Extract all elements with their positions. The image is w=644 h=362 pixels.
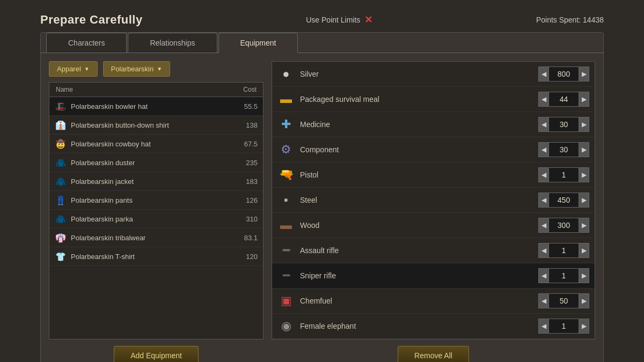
item-name: Polarbearskin bowler hat xyxy=(71,102,226,110)
item-icon: 🤠 xyxy=(55,138,67,150)
item-cost: 120 xyxy=(231,253,258,261)
qty-increase-button[interactable]: ▶ xyxy=(579,319,589,334)
equipment-row[interactable]: ━ Sniper rifle ◀ 1 ▶ xyxy=(272,263,595,289)
qty-increase-button[interactable]: ▶ xyxy=(579,92,589,107)
table-row[interactable]: 🧥 Polarbearskin jacket 183 xyxy=(49,172,263,191)
qty-decrease-button[interactable]: ◀ xyxy=(538,193,549,208)
equipment-row[interactable]: ▬ Packaged survival meal ◀ 44 ▶ xyxy=(272,87,595,112)
qty-decrease-button[interactable]: ◀ xyxy=(538,117,549,132)
quantity-value: 1 xyxy=(549,268,579,283)
equipment-name: Pistol xyxy=(300,171,533,179)
remove-all-button[interactable]: Remove All xyxy=(398,346,469,362)
main-panel: Characters Relationships Equipment Appar… xyxy=(40,32,604,362)
equipment-name: Wood xyxy=(300,221,533,230)
subcategory-dropdown[interactable]: Polarbearskin ▼ xyxy=(103,61,170,77)
item-name: Polarbearskin parka xyxy=(71,215,226,223)
chevron-down-icon: ▼ xyxy=(84,66,90,72)
table-row[interactable]: 👖 Polarbearskin pants 126 xyxy=(49,191,263,210)
quantity-value: 450 xyxy=(549,193,579,208)
qty-decrease-button[interactable]: ◀ xyxy=(538,142,549,157)
item-icon: 🧥 xyxy=(55,213,67,225)
category-dropdown[interactable]: Apparel ▼ xyxy=(49,61,98,77)
qty-increase-button[interactable]: ▶ xyxy=(579,117,589,132)
quantity-value: 1 xyxy=(549,243,579,258)
col-name-header: Name xyxy=(56,86,73,93)
col-cost-header: Cost xyxy=(243,86,257,93)
qty-decrease-button[interactable]: ◀ xyxy=(538,243,549,258)
equipment-name: Component xyxy=(300,145,533,154)
tab-characters[interactable]: Characters xyxy=(46,33,127,53)
qty-increase-button[interactable]: ▶ xyxy=(579,142,589,157)
quantity-control: ◀ 44 ▶ xyxy=(538,92,589,107)
qty-decrease-button[interactable]: ◀ xyxy=(538,92,549,107)
item-cost: 310 xyxy=(231,215,258,223)
qty-increase-button[interactable]: ▶ xyxy=(579,193,589,208)
quantity-control: ◀ 30 ▶ xyxy=(538,142,589,157)
qty-decrease-button[interactable]: ◀ xyxy=(538,293,549,308)
equipment-row[interactable]: ▪ Steel ◀ 450 ▶ xyxy=(272,188,595,213)
x-icon[interactable]: ✕ xyxy=(364,14,372,26)
equipment-row[interactable]: ━ Assault rifle ◀ 1 ▶ xyxy=(272,238,595,263)
qty-increase-button[interactable]: ▶ xyxy=(579,67,589,82)
table-row[interactable]: 🧥 Polarbearskin parka 310 xyxy=(49,210,263,228)
qty-decrease-button[interactable]: ◀ xyxy=(538,268,549,283)
equipment-icon: ✚ xyxy=(277,116,295,133)
table-row[interactable]: 🧥 Polarbearskin duster 235 xyxy=(49,153,263,172)
item-icon: 🧥 xyxy=(55,175,67,187)
quantity-control: ◀ 1 ▶ xyxy=(538,167,589,182)
equipment-row[interactable]: ⚙ Component ◀ 30 ▶ xyxy=(272,137,595,162)
tab-bar: Characters Relationships Equipment xyxy=(41,33,603,53)
item-cost: 67.5 xyxy=(231,140,258,148)
item-name: Polarbearskin button-down shirt xyxy=(71,121,226,129)
equipment-row[interactable]: ▣ Chemfuel ◀ 50 ▶ xyxy=(272,289,595,314)
item-name: Polarbearskin pants xyxy=(71,196,226,204)
remove-all-area: Remove All xyxy=(272,346,595,362)
equipment-row[interactable]: ✚ Medicine ◀ 30 ▶ xyxy=(272,112,595,137)
qty-increase-button[interactable]: ▶ xyxy=(579,243,589,258)
item-name: Polarbearskin jacket xyxy=(71,178,226,186)
equipment-row[interactable]: ◉ Female elephant ◀ 1 ▶ xyxy=(272,314,595,339)
qty-increase-button[interactable]: ▶ xyxy=(579,218,589,233)
item-name: Polarbearskin tribalwear xyxy=(71,234,226,242)
quantity-control: ◀ 450 ▶ xyxy=(538,193,589,208)
equipment-icon: 🔫 xyxy=(277,166,295,183)
item-cost: 183 xyxy=(231,178,258,186)
table-row[interactable]: 👕 Polarbearskin T-shirt 120 xyxy=(49,247,263,266)
item-icon: 🎩 xyxy=(55,100,67,112)
quantity-control: ◀ 30 ▶ xyxy=(538,117,589,132)
equipment-icon: ━ xyxy=(277,242,295,259)
table-row[interactable]: 🎩 Polarbearskin bowler hat 55.5 xyxy=(49,97,263,116)
quantity-control: ◀ 300 ▶ xyxy=(538,218,589,233)
item-cost: 138 xyxy=(231,121,258,129)
filter-row: Apparel ▼ Polarbearskin ▼ xyxy=(49,61,264,77)
qty-increase-button[interactable]: ▶ xyxy=(579,293,589,308)
table-row[interactable]: 👘 Polarbearskin tribalwear 83.1 xyxy=(49,228,263,247)
table-header: Name Cost xyxy=(49,83,263,97)
qty-decrease-button[interactable]: ◀ xyxy=(538,218,549,233)
tab-relationships[interactable]: Relationships xyxy=(128,33,217,53)
qty-increase-button[interactable]: ▶ xyxy=(579,268,589,283)
equipment-row[interactable]: ▬ Wood ◀ 300 ▶ xyxy=(272,213,595,238)
equipment-icon: ● xyxy=(277,65,295,83)
tab-equipment[interactable]: Equipment xyxy=(218,33,298,53)
add-equipment-button[interactable]: Add Equipment xyxy=(114,346,199,362)
item-icon: 👖 xyxy=(55,194,67,206)
table-row[interactable]: 👔 Polarbearskin button-down shirt 138 xyxy=(49,116,263,135)
left-panel: Apparel ▼ Polarbearskin ▼ Name Cost xyxy=(49,61,264,362)
table-row[interactable]: 🤠 Polarbearskin cowboy hat 67.5 xyxy=(49,135,263,153)
item-icon: 🧥 xyxy=(55,157,67,168)
equipment-name: Steel xyxy=(300,196,533,204)
equipment-icon: ▬ xyxy=(277,91,295,108)
qty-decrease-button[interactable]: ◀ xyxy=(538,167,549,182)
use-point-limits-label: Use Point Limits xyxy=(306,16,360,24)
qty-increase-button[interactable]: ▶ xyxy=(579,167,589,182)
equipment-row[interactable]: 🔫 Pistol ◀ 1 ▶ xyxy=(272,162,595,188)
quantity-control: ◀ 800 ▶ xyxy=(538,67,589,82)
equipment-name: Female elephant xyxy=(300,322,533,330)
qty-decrease-button[interactable]: ◀ xyxy=(538,319,549,334)
equipment-name: Chemfuel xyxy=(300,297,533,305)
equipment-name: Assault rifle xyxy=(300,246,533,255)
right-panel: ● Silver ◀ 800 ▶ ▬ Packaged survival mea… xyxy=(272,61,595,362)
qty-decrease-button[interactable]: ◀ xyxy=(538,67,549,82)
equipment-row[interactable]: ● Silver ◀ 800 ▶ xyxy=(272,62,595,87)
